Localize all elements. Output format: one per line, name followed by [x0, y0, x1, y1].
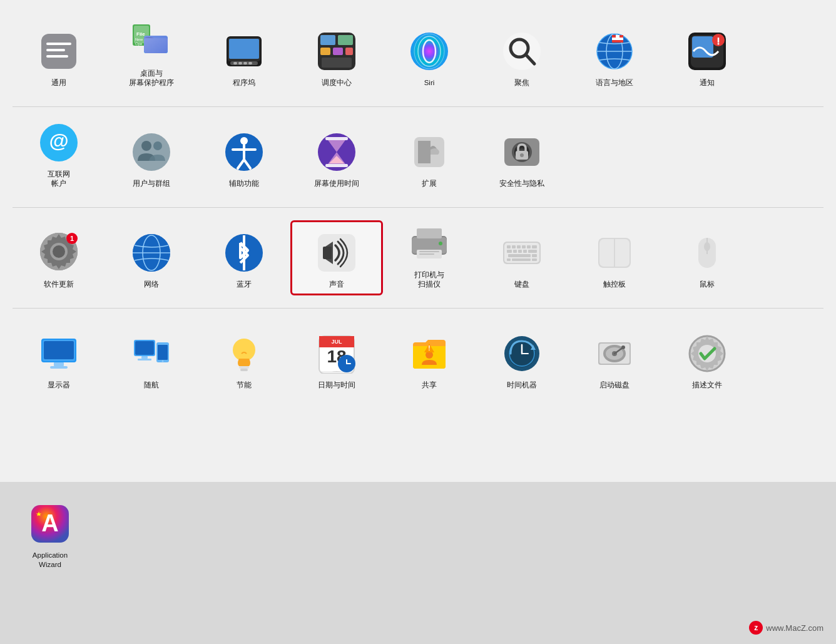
item-dock[interactable]: 程序坞	[198, 19, 290, 94]
item-internet-label: 互联网帐户	[48, 170, 70, 188]
item-network[interactable]: 网络	[105, 220, 198, 295]
item-security[interactable]: 安全性与隐私	[476, 120, 568, 195]
svg-rect-17	[238, 62, 242, 64]
svg-point-27	[410, 33, 448, 70]
svg-rect-99	[513, 250, 517, 253]
svg-rect-102	[528, 250, 537, 253]
svg-rect-2	[46, 49, 65, 51]
item-desktop-label: 桌面与屏幕保护程序	[129, 69, 174, 88]
item-mouse-label: 鼠标	[700, 280, 715, 289]
item-siri[interactable]: Siri	[383, 19, 476, 94]
svg-rect-11	[144, 36, 168, 53]
svg-point-89	[439, 242, 442, 245]
item-bluetooth[interactable]: 蓝牙	[198, 220, 290, 295]
item-language[interactable]: 语言与地区	[568, 19, 661, 94]
svg-rect-98	[507, 250, 512, 253]
item-trackpad[interactable]: 触控板	[568, 220, 661, 295]
svg-rect-26	[322, 58, 352, 68]
item-keyboard-label: 键盘	[514, 280, 529, 289]
svg-point-125	[162, 360, 164, 362]
item-desktop[interactable]: File New Ope 桌	[105, 19, 198, 94]
item-timemachine[interactable]: 时间机器	[476, 321, 568, 396]
svg-rect-120	[135, 341, 154, 355]
svg-rect-104	[532, 254, 537, 257]
item-appwizard[interactable]: A ApplicationWizard	[13, 501, 88, 576]
svg-point-53	[141, 141, 151, 151]
section-personal: 通用 File New Ope	[13, 19, 823, 107]
item-battery[interactable]: 节能	[198, 321, 290, 396]
item-sidecar[interactable]: 随航	[105, 321, 198, 396]
svg-rect-92	[507, 245, 511, 248]
item-printers[interactable]: 打印机与扫描仪	[383, 220, 476, 295]
svg-rect-116	[44, 341, 74, 359]
item-extensions-label: 扩展	[422, 179, 437, 188]
svg-rect-3	[46, 55, 68, 58]
item-timemachine-label: 时间机器	[507, 381, 537, 390]
item-screentime[interactable]: 屏幕使用时间	[290, 120, 383, 195]
svg-rect-105	[507, 258, 511, 261]
item-general-label: 通用	[51, 78, 66, 88]
item-profiles[interactable]: 描述文件	[661, 321, 753, 396]
item-notifications-label: 通知	[700, 78, 715, 88]
svg-rect-97	[532, 245, 537, 248]
svg-rect-122	[138, 359, 151, 360]
item-displays-label: 显示器	[48, 381, 70, 390]
svg-text:@: @	[49, 130, 68, 152]
item-sharing[interactable]: ! 共享	[383, 321, 476, 396]
badge-softwareupdate: 1	[66, 233, 78, 244]
item-missioncontrol-label: 调度中心	[322, 78, 352, 88]
item-missioncontrol[interactable]: 调度中心	[290, 19, 383, 94]
item-general[interactable]: 通用	[13, 19, 105, 94]
item-users-label: 用户与群组	[133, 179, 170, 188]
svg-text:JUL: JUL	[331, 339, 342, 345]
svg-point-164	[621, 345, 625, 349]
item-startdisk[interactable]: 启动磁盘	[568, 321, 661, 396]
section-internet: @ 互联网帐户 用户与群组	[13, 120, 823, 208]
svg-point-49	[718, 43, 720, 45]
item-accessibility-label: 辅助功能	[229, 179, 259, 188]
svg-rect-40	[616, 35, 619, 38]
item-mouse[interactable]: 鼠标	[661, 220, 753, 295]
svg-rect-95	[522, 245, 526, 248]
svg-rect-96	[527, 245, 531, 248]
svg-rect-18	[243, 62, 247, 64]
item-displays[interactable]: 显示器	[13, 321, 105, 396]
item-extensions[interactable]: 扩展	[383, 120, 476, 195]
svg-rect-39	[612, 35, 616, 38]
item-softwareupdate-label: 软件更新	[44, 280, 74, 289]
svg-rect-117	[54, 362, 64, 366]
item-bluetooth-label: 蓝牙	[237, 280, 252, 289]
item-language-label: 语言与地区	[596, 78, 633, 88]
item-sidecar-label: 随航	[144, 381, 159, 390]
svg-rect-94	[517, 245, 521, 248]
bottom-dock-area: A ApplicationWizard z www.MacZ.com	[0, 482, 836, 644]
item-keyboard[interactable]: 键盘	[476, 220, 568, 295]
svg-point-113	[704, 242, 710, 251]
svg-rect-23	[320, 48, 330, 55]
item-spotlight[interactable]: 聚焦	[476, 19, 568, 94]
svg-rect-21	[320, 35, 335, 45]
svg-rect-127	[239, 366, 249, 369]
svg-point-126	[233, 339, 255, 361]
svg-rect-14	[229, 39, 259, 59]
item-printers-label: 打印机与扫描仪	[414, 270, 444, 289]
item-accessibility[interactable]: 辅助功能	[198, 120, 290, 195]
item-datetime[interactable]: JUL JUL 18 日期与时间	[290, 321, 383, 396]
svg-point-54	[153, 141, 162, 150]
item-profiles-label: 描述文件	[692, 381, 722, 390]
svg-rect-22	[338, 35, 353, 45]
item-users[interactable]: 用户与群组	[105, 120, 198, 195]
item-sound[interactable]: 声音	[290, 220, 383, 295]
svg-rect-63	[325, 164, 348, 167]
item-battery-label: 节能	[237, 381, 252, 390]
svg-text:File: File	[136, 31, 145, 37]
item-notifications[interactable]: 通知	[661, 19, 753, 94]
svg-point-70	[520, 153, 524, 157]
item-softwareupdate[interactable]: 1 软件更新	[13, 220, 105, 295]
section-hardware: 1 软件更新 网络	[13, 220, 823, 309]
item-sharing-label: 共享	[422, 381, 437, 390]
item-internet[interactable]: @ 互联网帐户	[13, 120, 105, 195]
item-startdisk-label: 启动磁盘	[599, 381, 630, 390]
svg-rect-87	[419, 251, 439, 252]
item-sound-label: 声音	[329, 280, 344, 289]
